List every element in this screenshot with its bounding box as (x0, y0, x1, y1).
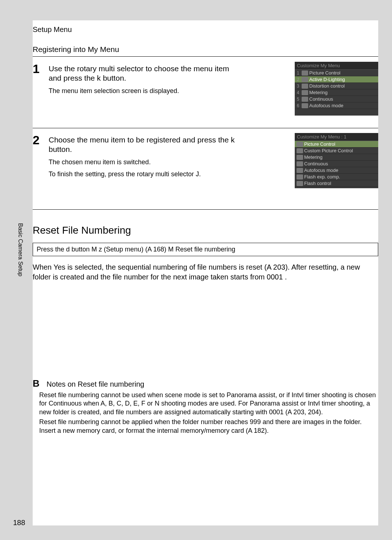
camera-menu-row: Metering (295, 154, 378, 161)
camera-menu-row-label: Autofocus mode (309, 103, 343, 108)
menu-item-icon (297, 181, 303, 186)
breadcrumb: Setup Menu (33, 25, 72, 34)
camera-menu-row-label: Continuous (309, 96, 333, 102)
camera-menu-row-label: Flash exp. comp. (304, 174, 340, 180)
camera-menu-row: Picture Control (295, 141, 378, 148)
menu-item-icon (302, 97, 308, 102)
menu-path-box: Press the d button M z (Setup menu) (A 1… (33, 243, 378, 256)
camera-screen-title: Customize My Menu (295, 62, 378, 70)
notes-marker: B (33, 378, 40, 389)
camera-menu-row: 4Metering (295, 89, 378, 96)
section-title: Reset File Numbering (33, 225, 131, 236)
camera-menu-row: 1Picture Control (295, 70, 378, 76)
camera-screen-2: Customize My Menu : 1 Picture ControlCus… (295, 133, 378, 188)
camera-menu-row-label: Autofocus mode (304, 168, 338, 173)
menu-item-icon (297, 142, 303, 147)
camera-menu-row-label: Distortion control (309, 83, 345, 89)
step-main-text: Choose the menu item to be registered an… (49, 135, 237, 154)
camera-menu-row-label: Custom Picture Control (304, 148, 353, 153)
menu-item-icon (297, 148, 303, 153)
menu-item-icon (297, 174, 303, 180)
camera-menu-row: Continuous (295, 161, 378, 167)
camera-menu-row: 6Autofocus mode (295, 102, 378, 109)
notes-heading: B Notes on Reset file numbering (33, 378, 144, 389)
step-sub-text: The menu item selection screen is displa… (49, 87, 243, 95)
menu-item-icon (297, 168, 303, 173)
camera-menu-row-label: Active D-Lighting (309, 77, 345, 82)
camera-menu-row-number: 4 (295, 90, 301, 95)
divider (33, 56, 378, 57)
notes-body: Reset file numbering cannot be used when… (39, 391, 378, 435)
camera-menu-row-label: Metering (304, 154, 323, 160)
camera-menu-row-number: 6 (295, 103, 301, 108)
side-tab-label: Basic Camera Setup (17, 223, 24, 277)
menu-item-icon (302, 84, 308, 89)
camera-menu-row-number: 3 (295, 84, 301, 89)
menu-item-icon (302, 77, 308, 82)
notes-paragraph: Reset file numbering cannot be used when… (39, 391, 378, 416)
menu-item-icon (302, 90, 308, 95)
step-number: 1 (33, 62, 40, 76)
menu-item-icon (297, 155, 303, 160)
step-main-text: Use the rotary multi selector to choose … (49, 64, 237, 83)
camera-menu-row-number: 2 (295, 77, 301, 82)
camera-menu-row-number: 1 (295, 70, 301, 76)
camera-menu-row: Flash exp. comp. (295, 174, 378, 180)
page-number: 188 (13, 519, 25, 527)
camera-menu-row-label: Metering (309, 90, 328, 95)
step-sub-text: To finish the setting, press the rotary … (49, 170, 243, 178)
camera-menu-row-label: Flash control (304, 181, 331, 186)
section-subtitle: Registering into My Menu (33, 45, 119, 54)
camera-screen-1: Customize My Menu 1Picture Control2Activ… (295, 62, 378, 116)
step-sub-text: The chosen menu item is switched. (49, 158, 243, 166)
camera-menu-row-number: 5 (295, 97, 301, 102)
camera-menu-row-label: Picture Control (309, 70, 340, 76)
notes-title: Notes on Reset file numbering (46, 380, 144, 388)
menu-item-icon (302, 70, 308, 76)
camera-menu-row: 3Distortion control (295, 83, 378, 89)
camera-screen-title: Customize My Menu : 1 (295, 133, 378, 141)
step-number: 2 (33, 133, 40, 147)
notes-paragraph: Reset file numbering cannot be applied w… (39, 418, 378, 435)
camera-menu-row: 2Active D-Lighting (295, 76, 378, 83)
camera-menu-row: Autofocus mode (295, 167, 378, 174)
side-tab: Basic Camera Setup (13, 220, 32, 309)
menu-item-icon (297, 161, 303, 166)
camera-menu-row-label: Picture Control (304, 141, 335, 147)
camera-menu-row: 5Continuous (295, 96, 378, 102)
camera-menu-row-label: Continuous (304, 161, 328, 166)
camera-menu-row: Custom Picture Control (295, 148, 378, 154)
divider (33, 128, 378, 128)
divider (33, 209, 378, 210)
camera-menu-row: Flash control (295, 180, 378, 187)
body-paragraph: When Yes is selected, the sequential num… (33, 262, 378, 282)
menu-item-icon (302, 103, 308, 108)
